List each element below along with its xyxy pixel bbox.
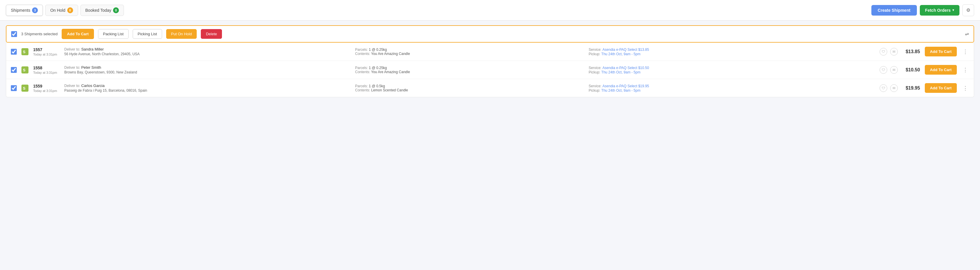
top-bar-actions: Create Shipment Fetch Orders ▾ ⚙: [871, 5, 974, 16]
icons-section: 🛡 ✉: [880, 48, 898, 56]
table-row: S 1558 Today at 3:31pm Deliver to: Peter…: [6, 61, 974, 79]
table-row: S 1557 Today at 3:31pm Deliver to: Sandr…: [6, 43, 974, 61]
contents-label: Contents:: [355, 70, 370, 74]
service-section: Service: Asendia e-PAQ Select $19.95 Pic…: [589, 84, 875, 93]
price: $13.85: [902, 49, 920, 54]
shipment-id: 1559: [33, 84, 60, 88]
service-label: Service:: [589, 66, 601, 70]
deliver-address: 56 Hyde Avenue, North Charleston, 29405,…: [64, 52, 350, 56]
pickup-link[interactable]: Thu 24th Oct, 9am - 5pm: [601, 88, 640, 93]
svg-text:S: S: [23, 68, 25, 72]
add-to-cart-button-1559[interactable]: Add To Cart: [925, 83, 957, 93]
tab-shipments[interactable]: Shipments 3: [6, 5, 43, 16]
settings-button[interactable]: ⚙: [963, 5, 974, 16]
pickup-label: Pickup:: [589, 70, 600, 74]
action-bar-left: 3 Shipments selected Add To Cart Packing…: [11, 29, 222, 39]
svg-text:S: S: [23, 86, 25, 91]
shopify-icon: S: [21, 48, 29, 55]
tab-on-hold-badge: 0: [67, 7, 73, 13]
service-label: Service:: [589, 48, 601, 52]
deliver-address: Browns Bay, Queenstown, 9300, New Zealan…: [64, 70, 350, 74]
pickup-label: Pickup:: [589, 52, 600, 56]
parcels-section: Parcels: 1 @ 0.25kg Contents: You Are Am…: [355, 66, 584, 74]
parcels-label: Parcels:: [355, 84, 368, 88]
contents-value: You Are Amazing Candle: [371, 52, 410, 56]
tab-booked-today-badge: 0: [113, 7, 119, 13]
mail-icon[interactable]: ✉: [890, 84, 898, 92]
shipment-time: Today at 3:31pm: [33, 53, 60, 56]
tab-booked-today-label: Booked Today: [86, 8, 111, 13]
deliver-to-section: Deliver to: Peter Smith Browns Bay, Quee…: [64, 65, 350, 74]
shield-icon[interactable]: 🛡: [880, 48, 887, 56]
shipment-id: 1557: [33, 47, 60, 52]
deliver-to-section: Deliver to: Carlos Garcia Passeig de Fab…: [64, 83, 350, 93]
service-label: Service:: [589, 84, 601, 88]
row-checkbox-1558[interactable]: [11, 67, 17, 73]
put-on-hold-button[interactable]: Put On Hold: [166, 29, 197, 39]
shipment-id-section: 1559 Today at 3:31pm: [33, 84, 60, 93]
parcels-value: 1 @ 0.25kg: [369, 66, 387, 70]
picking-list-button[interactable]: Picking List: [133, 29, 162, 39]
parcels-value: 1 @ 0.5kg: [369, 84, 385, 88]
deliver-name: Sandra Miller: [81, 47, 104, 51]
shipments-table: S 1557 Today at 3:31pm Deliver to: Sandr…: [6, 43, 974, 97]
service-link[interactable]: Asendia e-PAQ Select $13.85: [603, 48, 649, 52]
chevron-down-icon: ▾: [952, 8, 954, 12]
parcels-section: Parcels: 1 @ 0.25kg Contents: You Are Am…: [355, 48, 584, 56]
pickup-link[interactable]: Thu 24th Oct, 9am - 5pm: [601, 52, 640, 56]
main-content: 3 Shipments selected Add To Cart Packing…: [0, 21, 980, 102]
parcels-label: Parcels:: [355, 48, 368, 52]
add-to-cart-button-1557[interactable]: Add To Cart: [925, 47, 957, 56]
bulk-add-to-cart-button[interactable]: Add To Cart: [62, 29, 94, 39]
filter-icon[interactable]: ⇌: [965, 31, 969, 37]
packing-list-button[interactable]: Packing List: [98, 29, 129, 39]
deliver-to-label: Deliver to:: [64, 66, 80, 70]
table-row: S 1559 Today at 3:31pm Deliver to: Carlo…: [6, 79, 974, 97]
service-section: Service: Asendia e-PAQ Select $10.50 Pic…: [589, 66, 875, 74]
fetch-orders-button[interactable]: Fetch Orders ▾: [920, 5, 959, 16]
parcels-section: Parcels: 1 @ 0.5kg Contents: Lemon Scent…: [355, 84, 584, 92]
tab-shipments-badge: 3: [32, 7, 38, 13]
tab-booked-today[interactable]: Booked Today 0: [80, 5, 124, 16]
pickup-link[interactable]: Thu 24th Oct, 9am - 5pm: [601, 70, 640, 74]
service-link[interactable]: Asendia e-PAQ Select $10.50: [603, 66, 649, 70]
select-all-checkbox[interactable]: [11, 31, 17, 37]
tab-on-hold[interactable]: On Hold 0: [45, 5, 78, 16]
shopify-icon: S: [21, 66, 29, 73]
price: $10.50: [902, 67, 920, 73]
kebab-menu-1559[interactable]: ⋮: [961, 85, 969, 91]
kebab-menu-1557[interactable]: ⋮: [961, 48, 969, 55]
deliver-name: Peter Smith: [81, 65, 101, 70]
mail-icon[interactable]: ✉: [890, 48, 898, 56]
parcels-value: 1 @ 0.25kg: [369, 48, 387, 52]
price: $19.95: [902, 86, 920, 91]
mail-icon[interactable]: ✉: [890, 66, 898, 74]
selected-count-label: 3 Shipments selected: [21, 32, 57, 36]
shopify-icon: S: [21, 85, 29, 92]
pickup-label: Pickup:: [589, 88, 600, 93]
kebab-menu-1558[interactable]: ⋮: [961, 67, 969, 73]
top-bar: Shipments 3 On Hold 0 Booked Today 0 Cre…: [0, 0, 980, 21]
delete-button[interactable]: Delete: [201, 29, 222, 39]
contents-value: Lemon Scented Candle: [371, 88, 408, 92]
add-to-cart-button-1558[interactable]: Add To Cart: [925, 65, 957, 75]
service-section: Service: Asendia e-PAQ Select $13.85 Pic…: [589, 47, 875, 56]
shipment-time: Today at 3:31pm: [33, 71, 60, 74]
contents-label: Contents:: [355, 52, 370, 56]
shield-icon[interactable]: 🛡: [880, 66, 887, 74]
deliver-address: Passeig de Fabra i Puig 15, Barcelona, 0…: [64, 88, 350, 93]
deliver-to-section: Deliver to: Sandra Miller 56 Hyde Avenue…: [64, 47, 350, 56]
create-shipment-button[interactable]: Create Shipment: [871, 5, 917, 16]
tabs-container: Shipments 3 On Hold 0 Booked Today 0: [6, 5, 124, 16]
deliver-name: Carlos Garcia: [81, 83, 105, 88]
deliver-to-label: Deliver to:: [64, 84, 80, 88]
row-checkbox-1557[interactable]: [11, 49, 17, 54]
icons-section: 🛡 ✉: [880, 66, 898, 74]
action-bar: 3 Shipments selected Add To Cart Packing…: [6, 25, 974, 43]
shipment-id-section: 1558 Today at 3:31pm: [33, 66, 60, 74]
contents-value: You Are Amazing Candle: [371, 70, 410, 74]
row-checkbox-1559[interactable]: [11, 85, 17, 91]
shield-icon[interactable]: 🛡: [880, 84, 887, 92]
service-link[interactable]: Asendia e-PAQ Select $19.95: [603, 84, 649, 88]
shipment-id-section: 1557 Today at 3:31pm: [33, 47, 60, 56]
